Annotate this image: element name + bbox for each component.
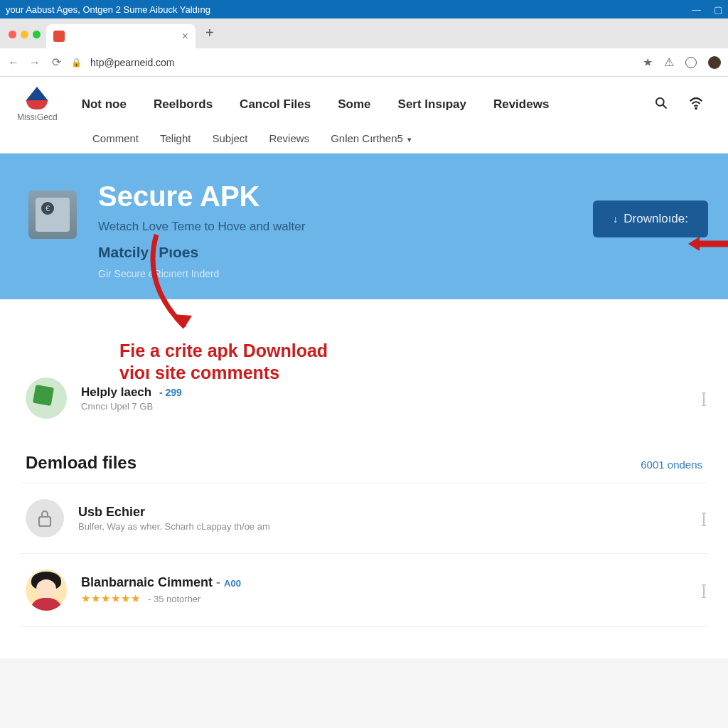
back-icon[interactable]: ← <box>7 56 20 69</box>
download-label: Drownloıde: <box>623 212 688 226</box>
minimize-icon[interactable]: — <box>692 4 701 15</box>
section-link[interactable]: 6001 ondens <box>641 459 702 471</box>
svg-line-1 <box>663 105 667 108</box>
svg-point-2 <box>695 107 697 109</box>
hero-footer: Gir Secure eRicınert Inderd <box>98 268 593 279</box>
annotation-text: Fie a crite apk Download vioı site comme… <box>119 340 328 385</box>
rating-stars: ★★★★★★ <box>81 592 141 605</box>
tab-close-icon[interactable]: × <box>182 31 188 42</box>
row-action-icon[interactable]: ][ <box>702 390 702 407</box>
hero-title: Secure APK <box>98 181 593 213</box>
tab-favicon <box>53 31 65 42</box>
helper-title: Helply laech <box>81 385 151 399</box>
forward-icon[interactable]: → <box>28 56 41 69</box>
secondary-nav: Comment Telight Subject Reviews Gnlen Cı… <box>0 127 728 153</box>
file-title: Usb Echier <box>78 505 270 520</box>
nav-item[interactable]: Reelbords <box>154 97 213 112</box>
close-window-icon[interactable] <box>9 31 16 38</box>
globe-icon[interactable] <box>685 57 697 68</box>
helper-badge: - 299 <box>159 387 182 398</box>
svg-point-0 <box>656 97 664 105</box>
primary-nav: Not noe Reelbords Cancol Files Some Sert… <box>82 97 654 112</box>
site-brand-text: MissıGecd <box>17 112 58 122</box>
site-logo[interactable]: MissıGecd <box>17 87 58 122</box>
subnav-item-dropdown[interactable]: Gnlen Cırthen5 ▾ <box>331 132 412 144</box>
search-icon[interactable] <box>654 96 668 114</box>
file-row[interactable]: Blanbarnaic Cimment - A00 ★★★★★★ - 35 no… <box>20 553 708 626</box>
new-tab-button[interactable]: + <box>196 25 224 48</box>
section-title: Demload files <box>26 453 136 473</box>
zoom-window-icon[interactable] <box>33 31 41 38</box>
lock-icon: 🔒 <box>71 58 82 68</box>
subnav-item[interactable]: Telight <box>160 132 191 144</box>
file-subtitle: Bulfer, Way as wher. Scharh cLappay th/o… <box>78 521 270 532</box>
nav-item[interactable]: Sert Insıpay <box>398 97 466 112</box>
download-icon: ↓ <box>613 213 618 225</box>
star-icon[interactable]: ★ <box>643 55 653 69</box>
main-content: Helply laech - 299 Cnıncı Upel 7 GB ][ D… <box>0 299 728 658</box>
row-action-icon[interactable]: ][ <box>702 510 702 527</box>
file-row[interactable]: Usb Echier Bulfer, Way as wher. Scharh c… <box>20 483 708 553</box>
url-field[interactable]: htp@pearneid.com <box>90 57 634 68</box>
browser-tab[interactable]: × <box>46 24 196 48</box>
helper-subtitle: Cnıncı Upel 7 GB <box>81 401 182 412</box>
profile-avatar-icon[interactable] <box>708 56 721 69</box>
hero-meta-1: Matcily <box>98 244 149 261</box>
subnav-item[interactable]: Subject <box>212 132 247 144</box>
svg-rect-6 <box>39 517 50 526</box>
nav-item[interactable]: Revidews <box>493 97 549 112</box>
lock-file-icon <box>26 499 64 537</box>
rating-count: - 35 notorher <box>148 594 200 604</box>
file-title: Blanbarnaic Cimment <box>81 575 213 589</box>
wifi-icon[interactable] <box>688 95 704 114</box>
nav-item[interactable]: Cancol Files <box>240 97 311 112</box>
minimize-window-icon[interactable] <box>21 31 28 38</box>
file-badge: A00 <box>224 578 241 589</box>
helper-icon <box>26 378 67 419</box>
nav-item[interactable]: Some <box>338 97 370 112</box>
chevron-down-icon: ▾ <box>407 135 412 144</box>
traffic-lights <box>6 31 46 48</box>
download-button[interactable]: ↓ Drownloıde: <box>593 200 708 237</box>
app-icon <box>28 191 77 239</box>
hero-subtitle: Wetach Love Teme to Hove and walter <box>98 220 593 234</box>
user-avatar-icon <box>26 569 67 611</box>
hero-banner: Secure APK Wetach Love Teme to Hove and … <box>0 154 728 299</box>
warning-icon[interactable]: ⚠ <box>664 55 674 69</box>
hero-meta-2: Pıoes <box>159 244 198 261</box>
window-title: your Aabust Ages, Ontgen 2 Sume Aibuck Y… <box>6 4 210 15</box>
subnav-item[interactable]: Comment <box>92 132 139 144</box>
window-titlebar: your Aabust Ages, Ontgen 2 Sume Aibuck Y… <box>0 0 728 18</box>
address-bar: ← → ⟳ 🔒 htp@pearneid.com ★ ⚠ <box>0 48 728 77</box>
browser-tabstrip: × + <box>0 18 728 48</box>
row-action-icon[interactable]: ][ <box>702 582 702 599</box>
reload-icon[interactable]: ⟳ <box>50 55 63 69</box>
site-header: MissıGecd Not noe Reelbords Cancol Files… <box>0 77 728 154</box>
nav-item[interactable]: Not noe <box>82 97 127 112</box>
subnav-item[interactable]: Reviews <box>269 132 309 144</box>
maximize-icon[interactable]: ▢ <box>714 4 722 15</box>
